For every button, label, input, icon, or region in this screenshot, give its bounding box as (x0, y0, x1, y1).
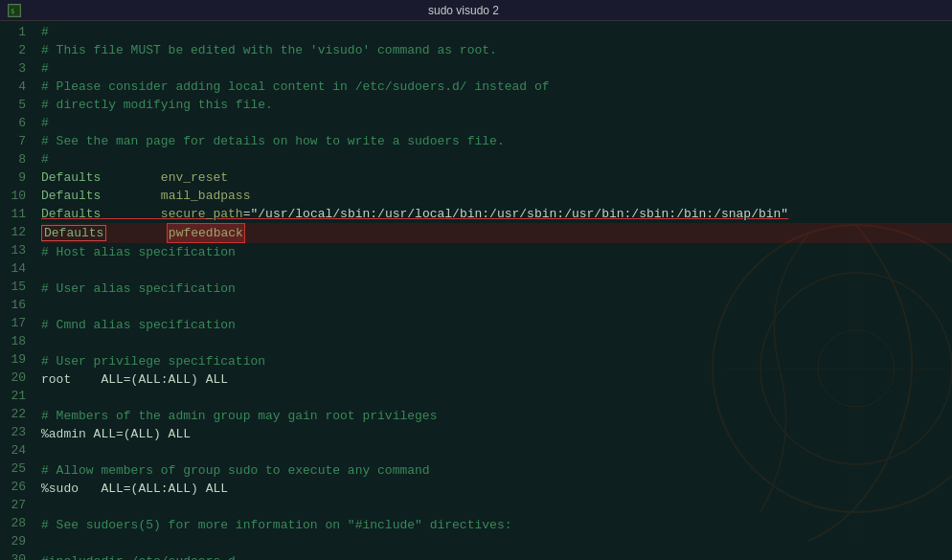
code-line-20: root ALL=(ALL:ALL) ALL (41, 370, 952, 389)
line-num-2: 2 (0, 41, 26, 59)
line-num-30: 30 (0, 550, 26, 560)
line-num-20: 20 (0, 369, 26, 387)
line-num-11: 11 (0, 205, 26, 223)
title-bar-left: $ (8, 4, 21, 17)
line-num-19: 19 (0, 350, 26, 369)
line-numbers: 1 2 3 4 5 6 7 8 9 10 11 12 13 14 15 16 1… (0, 21, 34, 560)
line-num-3: 3 (0, 59, 26, 78)
line-num-25: 25 (0, 459, 26, 478)
code-line-24 (41, 443, 952, 461)
code-line-28: # See sudoers(5) for more information on… (41, 516, 952, 534)
window-title: sudo visudo 2 (428, 4, 499, 17)
line-num-24: 24 (0, 441, 26, 459)
code-line-29 (41, 534, 952, 552)
code-line-8: # (41, 150, 952, 168)
code-line-3: # (41, 59, 952, 78)
line-num-29: 29 (0, 532, 26, 550)
line-num-14: 14 (0, 259, 26, 278)
code-line-19: # User privilege specification (41, 352, 952, 370)
svg-text:$: $ (11, 8, 14, 15)
line-num-28: 28 (0, 514, 26, 532)
line-num-7: 7 (0, 132, 26, 150)
title-bar: $ sudo visudo 2 (0, 0, 952, 21)
line-num-23: 23 (0, 423, 26, 441)
code-line-22: # Members of the admin group may gain ro… (41, 407, 952, 425)
code-line-5: # directly modifying this file. (41, 96, 952, 114)
code-line-11: Defaults secure_path="/usr/local/sbin:/u… (41, 205, 952, 223)
line-num-26: 26 (0, 478, 26, 496)
line-num-17: 17 (0, 314, 26, 332)
code-line-13: # Host alias specification (41, 243, 952, 261)
code-line-2: # This file MUST be edited with the 'vis… (41, 41, 952, 59)
line-num-4: 4 (0, 78, 26, 96)
code-line-17: # Cmnd alias specification (41, 316, 952, 334)
code-line-21 (41, 389, 952, 407)
code-line-10: Defaults mail_badpass (41, 187, 952, 205)
line-num-16: 16 (0, 296, 26, 314)
code-line-15: # User alias specification (41, 280, 952, 298)
editor-area: 1 2 3 4 5 6 7 8 9 10 11 12 13 14 15 16 1… (0, 21, 952, 560)
line-num-12: 12 (0, 223, 26, 241)
line-num-15: 15 (0, 278, 26, 296)
terminal-icon: $ (8, 4, 21, 17)
line-num-22: 22 (0, 405, 26, 423)
line-num-5: 5 (0, 96, 26, 114)
code-line-25: # Allow members of group sudo to execute… (41, 461, 952, 480)
code-line-18 (41, 334, 952, 352)
code-line-9: Defaults env_reset (41, 168, 952, 187)
code-line-16 (41, 298, 952, 316)
code-line-27 (41, 498, 952, 516)
code-line-1: # (41, 23, 952, 41)
line-num-10: 10 (0, 187, 26, 205)
line-num-6: 6 (0, 114, 26, 132)
line-num-27: 27 (0, 496, 26, 514)
code-content[interactable]: # # This file MUST be edited with the 'v… (34, 21, 952, 560)
line-num-8: 8 (0, 150, 26, 168)
line-num-21: 21 (0, 387, 26, 405)
code-line-6: # (41, 114, 952, 132)
line-num-13: 13 (0, 241, 26, 259)
line-num-9: 9 (0, 168, 26, 187)
code-line-23: %admin ALL=(ALL) ALL (41, 425, 952, 443)
code-line-26: %sudo ALL=(ALL:ALL) ALL (41, 480, 952, 498)
line-num-1: 1 (0, 23, 26, 41)
code-line-12: Defaults pwfeedback (41, 223, 952, 243)
code-line-14 (41, 261, 952, 280)
code-line-7: # See the man page for details on how to… (41, 132, 952, 150)
code-line-4: # Please consider adding local content i… (41, 78, 952, 96)
code-line-30: #includedir /etc/sudoers.d (41, 552, 952, 560)
line-num-18: 18 (0, 332, 26, 350)
